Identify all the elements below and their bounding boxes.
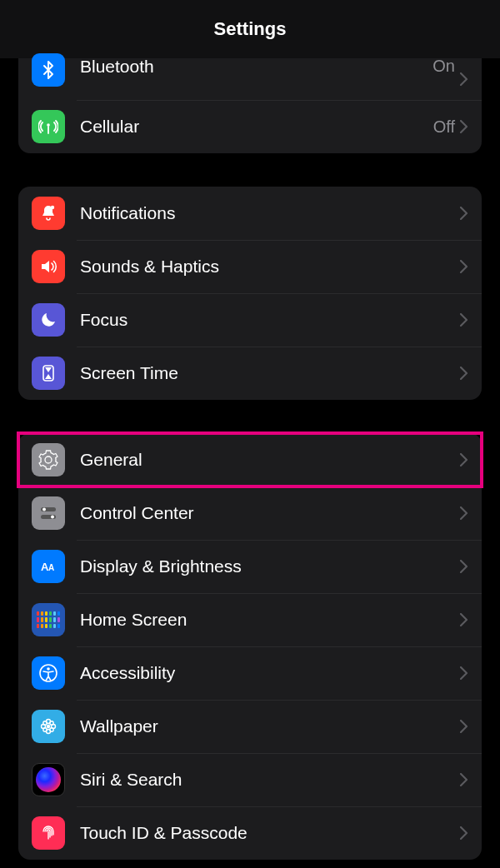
row-screentime[interactable]: Screen Time: [18, 347, 482, 400]
svg-point-19: [50, 728, 53, 731]
row-siri[interactable]: Siri & Search: [18, 753, 482, 806]
chevron-right-icon: [460, 720, 468, 733]
row-homescreen[interactable]: Home Screen: [18, 593, 482, 646]
row-cellular[interactable]: Cellular Off: [18, 100, 482, 153]
svg-point-4: [42, 508, 46, 511]
group-connectivity: Bluetooth On Cellular Off: [18, 58, 482, 153]
row-label: Display & Brightness: [80, 556, 460, 576]
svg-point-11: [47, 725, 50, 728]
bell-icon: [32, 197, 65, 230]
aa-icon: AA: [32, 550, 65, 583]
svg-point-16: [43, 721, 47, 725]
row-label: General: [80, 450, 460, 470]
chevron-right-icon: [460, 560, 468, 573]
row-label: Cellular: [80, 117, 433, 137]
svg-point-18: [43, 728, 47, 731]
chevron-right-icon: [460, 72, 468, 86]
row-label: Accessibility: [80, 663, 460, 683]
row-wallpaper[interactable]: Wallpaper: [18, 700, 482, 753]
chevron-right-icon: [460, 120, 468, 133]
svg-point-10: [47, 667, 50, 671]
row-label: Wallpaper: [80, 716, 460, 736]
chevron-right-icon: [460, 506, 468, 520]
accessibility-icon: [32, 656, 65, 690]
group-system: General Control Center AA Display & Brig…: [18, 433, 482, 860]
row-bluetooth[interactable]: Bluetooth On: [18, 58, 482, 100]
svg-point-6: [51, 516, 54, 519]
row-label: Siri & Search: [80, 770, 460, 790]
chevron-right-icon: [460, 773, 468, 786]
fingerprint-icon: [32, 816, 65, 850]
row-focus[interactable]: Focus: [18, 293, 482, 347]
row-label: Home Screen: [80, 610, 460, 630]
row-general[interactable]: General: [18, 433, 482, 486]
row-sounds[interactable]: Sounds & Haptics: [18, 240, 482, 293]
chevron-right-icon: [460, 207, 468, 220]
bluetooth-icon: [32, 53, 65, 87]
chevron-right-icon: [460, 613, 468, 626]
row-touchid[interactable]: Touch ID & Passcode: [18, 806, 482, 860]
settings-list: Bluetooth On Cellular Off Notifications: [0, 58, 500, 860]
svg-point-17: [50, 721, 53, 725]
hourglass-icon: [32, 357, 65, 390]
svg-point-1: [51, 206, 54, 209]
row-accessibility[interactable]: Accessibility: [18, 646, 482, 700]
svg-text:A: A: [48, 563, 54, 572]
speaker-icon: [32, 250, 65, 283]
chevron-right-icon: [460, 826, 468, 840]
siri-icon: [32, 763, 65, 796]
chevron-right-icon: [460, 453, 468, 466]
row-controlcenter[interactable]: Control Center: [18, 486, 482, 540]
row-value: Off: [433, 117, 455, 137]
chevron-right-icon: [460, 367, 468, 380]
appgrid-icon: [32, 603, 65, 636]
row-label: Touch ID & Passcode: [80, 823, 460, 843]
row-label: Focus: [80, 310, 460, 330]
chevron-right-icon: [460, 313, 468, 327]
antenna-icon: [32, 110, 65, 143]
chevron-right-icon: [460, 666, 468, 680]
group-alerts: Notifications Sounds & Haptics Focus: [18, 187, 482, 400]
flower-icon: [32, 710, 65, 743]
page-title: Settings: [214, 18, 287, 40]
chevron-right-icon: [460, 260, 468, 273]
row-label: Control Center: [80, 503, 460, 523]
gear-icon: [32, 443, 65, 476]
moon-icon: [32, 303, 65, 337]
header: Settings: [0, 0, 500, 58]
toggles-icon: [32, 496, 65, 530]
row-label: Screen Time: [80, 363, 460, 383]
row-label: Notifications: [80, 203, 460, 223]
row-notifications[interactable]: Notifications: [18, 187, 482, 240]
row-label: Bluetooth: [80, 57, 432, 77]
row-display[interactable]: AA Display & Brightness: [18, 540, 482, 593]
row-label: Sounds & Haptics: [80, 257, 460, 277]
row-value: On: [432, 57, 455, 76]
